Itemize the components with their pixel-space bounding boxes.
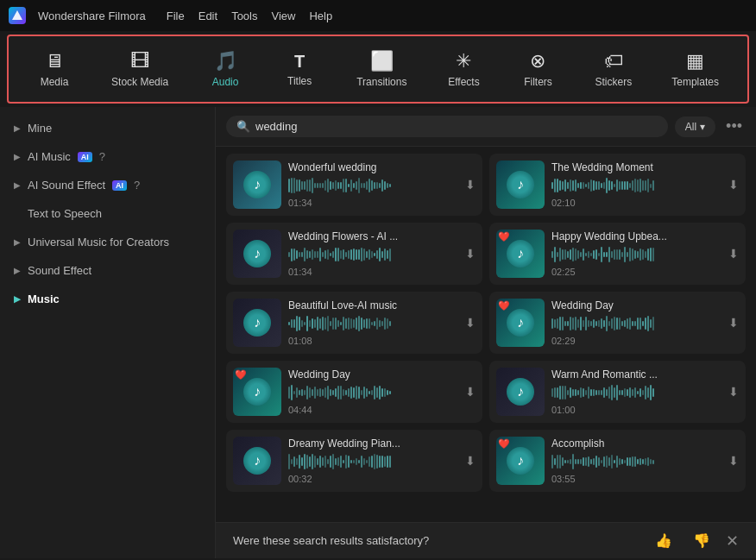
track-actions: ⬇	[465, 178, 476, 192]
waveform	[288, 384, 458, 401]
toolbar-stock-media[interactable]: 🎞 Stock Media	[103, 45, 177, 93]
download-icon[interactable]: ⬇	[465, 385, 476, 399]
sidebar-music-label: Music	[28, 293, 60, 305]
waveform	[288, 315, 458, 332]
chevron-icon: ▶	[14, 152, 21, 161]
toolbar-filters-label: Filters	[524, 76, 552, 88]
track-title: Wedding Flowers - AI ...	[288, 230, 458, 242]
chevron-icon: ▶	[14, 266, 21, 275]
menu-edit[interactable]: Edit	[198, 9, 217, 22]
filters-icon: ⊗	[530, 50, 545, 72]
track-actions: ⬇	[728, 247, 739, 261]
download-icon[interactable]: ⬇	[465, 247, 476, 261]
menu-view[interactable]: View	[271, 9, 295, 22]
sidebar-tts-label: Text to Speech	[28, 207, 102, 220]
menu-file[interactable]: File	[167, 9, 185, 22]
download-icon[interactable]: ⬇	[465, 316, 476, 330]
track-actions: ⬇	[728, 316, 739, 330]
search-bar: 🔍 All ▾ •••	[216, 107, 756, 147]
menu-help[interactable]: Help	[309, 9, 332, 22]
sidebar-item-ai-sound-effect[interactable]: ▶ AI Sound Effect AI ?	[0, 171, 215, 199]
music-note-icon: ♪	[243, 447, 271, 475]
download-icon[interactable]: ⬇	[728, 454, 739, 468]
toolbar-media[interactable]: 🖥 Media	[28, 45, 80, 93]
track-card[interactable]: ♪Wonderful wedding01:34⬇	[226, 154, 482, 216]
stickers-icon: 🏷	[604, 50, 623, 72]
track-duration: 01:08	[288, 336, 458, 346]
toolbar-effects[interactable]: ✳ Effects	[438, 45, 489, 93]
sidebar-sound-effect-label: Sound Effect	[28, 264, 91, 277]
track-actions: ⬇	[465, 247, 476, 261]
track-info: Wedding Day04:44	[288, 368, 458, 415]
track-info: Wedding Flowers - AI ...01:34	[288, 230, 458, 277]
track-actions: ⬇	[465, 454, 476, 468]
track-thumbnail: ♪❤️	[496, 230, 545, 278]
waveform	[551, 315, 721, 332]
help-icon[interactable]: ?	[99, 150, 105, 163]
track-card[interactable]: ♪Wedding Flowers - AI ...01:34⬇	[226, 223, 482, 285]
track-card[interactable]: ♪❤️Wedding Day04:44⬇	[226, 361, 482, 423]
track-info: Happy Wedding Upbea...02:25	[551, 230, 721, 277]
track-info: Accomplish03:55	[551, 437, 721, 484]
track-duration: 00:32	[288, 474, 458, 484]
toolbar-filters[interactable]: ⊗ Filters	[512, 45, 564, 93]
track-info: Warm And Romantic ...01:00	[551, 368, 721, 415]
music-note-icon: ♪	[243, 378, 271, 406]
filter-button[interactable]: All ▾	[675, 116, 715, 137]
help-icon[interactable]: ?	[134, 179, 140, 192]
titlebar: Wondershare Filmora File Edit Tools View…	[0, 0, 756, 31]
search-input[interactable]	[255, 120, 658, 133]
app-logo	[9, 7, 26, 24]
music-note-icon: ♪	[507, 309, 534, 337]
track-card[interactable]: ♪❤️Happy Wedding Upbea...02:25⬇	[489, 223, 746, 285]
track-card[interactable]: ♪❤️Accomplish03:55⬇	[489, 430, 746, 492]
track-info: The Wedding Moment02:10	[551, 161, 721, 208]
waveform	[551, 453, 721, 470]
download-icon[interactable]: ⬇	[465, 454, 476, 468]
track-title: Accomplish	[551, 437, 721, 450]
thumbs-down-button[interactable]: 👎	[688, 531, 715, 551]
toolbar-templates[interactable]: ▦ Templates	[663, 45, 728, 93]
toolbar-stickers[interactable]: 🏷 Stickers	[587, 45, 641, 93]
app-name: Wondershare Filmora	[38, 9, 146, 22]
menu-tools[interactable]: Tools	[231, 9, 257, 22]
track-card[interactable]: ♪Warm And Romantic ...01:00⬇	[489, 361, 746, 423]
heart-icon: ❤️	[235, 369, 247, 381]
track-title: Dreamy Wedding Pian...	[288, 437, 458, 450]
toolbar-audio[interactable]: 🎵 Audio	[199, 45, 251, 93]
track-thumbnail: ♪❤️	[496, 299, 545, 347]
search-input-wrap[interactable]: 🔍	[226, 116, 668, 137]
sidebar-item-ai-music[interactable]: ▶ AI Music AI ?	[0, 142, 215, 171]
download-icon[interactable]: ⬇	[728, 178, 739, 192]
toolbar-titles[interactable]: T Titles	[274, 47, 325, 92]
download-icon[interactable]: ⬇	[728, 247, 739, 261]
track-title: Wedding Day	[288, 368, 458, 381]
sidebar-item-music[interactable]: ▶ Music	[0, 285, 215, 313]
track-card[interactable]: ♪❤️Wedding Day02:29⬇	[489, 292, 746, 354]
toolbar-media-label: Media	[41, 76, 69, 88]
download-icon[interactable]: ⬇	[728, 385, 739, 399]
sidebar-item-text-to-speech[interactable]: Text to Speech	[0, 199, 215, 228]
more-options-button[interactable]: •••	[722, 117, 746, 135]
track-card[interactable]: ♪Beautiful Love-AI music01:08⬇	[226, 292, 482, 354]
sidebar-item-mine[interactable]: ▶ Mine	[0, 114, 215, 142]
thumbs-up-button[interactable]: 👍	[650, 531, 677, 551]
download-icon[interactable]: ⬇	[728, 316, 739, 330]
track-info: Wedding Day02:29	[551, 299, 721, 346]
track-duration: 02:10	[551, 198, 721, 208]
sidebar-item-universal-music[interactable]: ▶ Universal Music for Creators	[0, 228, 215, 256]
toolbar-transitions[interactable]: ⬜ Transitions	[348, 45, 415, 93]
toolbar-effects-label: Effects	[448, 76, 479, 88]
music-note-icon: ♪	[507, 447, 534, 475]
download-icon[interactable]: ⬇	[465, 178, 476, 192]
track-card[interactable]: ♪Dreamy Wedding Pian...00:32⬇	[226, 430, 482, 492]
sidebar-item-sound-effect[interactable]: ▶ Sound Effect	[0, 256, 215, 285]
feedback-close-button[interactable]: ✕	[726, 532, 739, 551]
feedback-bar: Were these search results satisfactory? …	[216, 522, 756, 558]
search-icon: 🔍	[236, 120, 250, 133]
track-card[interactable]: ♪The Wedding Moment02:10⬇	[489, 154, 746, 216]
toolbar-stickers-label: Stickers	[595, 76, 633, 88]
track-title: Happy Wedding Upbea...	[551, 230, 721, 242]
waveform	[288, 177, 458, 194]
titles-icon: T	[294, 52, 305, 72]
